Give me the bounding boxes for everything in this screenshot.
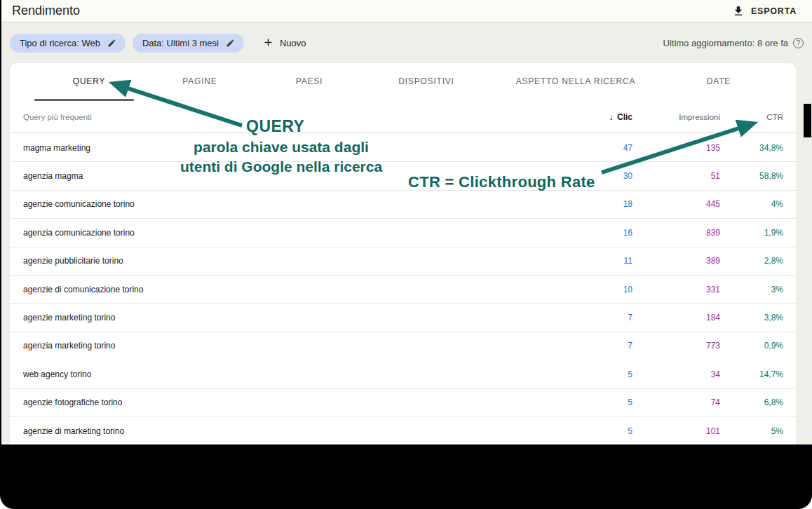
filter-chip-date[interactable]: Data: Ultimi 3 mesi bbox=[133, 34, 244, 53]
slide-background: Rendimento ESPORTA Tipo di ricerca: Web … bbox=[0, 0, 812, 509]
clic-cell: 10 bbox=[548, 285, 632, 294]
tab-pagine[interactable]: PAGINE bbox=[182, 76, 217, 86]
table-row[interactable]: agenzia marketing torino77730,9% bbox=[10, 332, 796, 360]
column-header-query: Query più frequenti bbox=[23, 113, 548, 121]
ctr-cell: 0,9% bbox=[720, 341, 783, 351]
pencil-icon bbox=[107, 39, 116, 48]
impressioni-cell: 331 bbox=[632, 285, 720, 294]
query-cell: agenzia comunicazione torino bbox=[23, 228, 548, 238]
clic-cell: 47 bbox=[548, 143, 632, 153]
tab-query[interactable]: QUERY bbox=[73, 76, 105, 86]
new-filter-label: Nuovo bbox=[280, 38, 306, 48]
column-header-ctr[interactable]: CTR bbox=[720, 113, 783, 121]
impressioni-cell: 184 bbox=[632, 313, 720, 323]
ctr-cell: 3% bbox=[720, 285, 783, 294]
help-icon[interactable]: ? bbox=[793, 38, 804, 48]
impressioni-cell: 389 bbox=[632, 256, 720, 266]
query-cell: agenzie comunicazione torino bbox=[23, 199, 548, 209]
table-row[interactable]: agenzie comunicazione torino184454% bbox=[10, 190, 796, 218]
table-body: magma marketing4713534,8%agenzia magma30… bbox=[10, 133, 796, 444]
ctr-cell: 1,9% bbox=[720, 228, 783, 238]
search-console-ui: Rendimento ESPORTA Tipo di ricerca: Web … bbox=[1, 0, 812, 444]
filter-chip-date-label: Data: Ultimi 3 mesi bbox=[142, 38, 219, 48]
sort-down-icon: ↓ bbox=[609, 111, 614, 122]
impressioni-cell: 51 bbox=[632, 171, 720, 181]
ctr-cell: 2,8% bbox=[720, 256, 783, 266]
table-row[interactable]: agenzie marketing torino71843,8% bbox=[10, 303, 796, 331]
plus-icon bbox=[262, 36, 274, 50]
filter-bar: Tipo di ricerca: Web Data: Ultimi 3 mesi bbox=[1, 23, 812, 63]
pencil-icon bbox=[226, 39, 235, 48]
filter-chips: Tipo di ricerca: Web Data: Ultimi 3 mesi bbox=[10, 34, 311, 53]
clic-cell: 30 bbox=[548, 171, 632, 181]
clic-cell: 11 bbox=[548, 256, 632, 266]
new-filter-button[interactable]: Nuovo bbox=[258, 36, 311, 51]
export-button[interactable]: ESPORTA bbox=[732, 5, 812, 18]
query-cell: agenzie fotografiche torino bbox=[23, 398, 548, 407]
page-title: Rendimento bbox=[1, 4, 80, 18]
report-tabs: QUERYPAGINEPAESIDISPOSITIVIASPETTO NELLA… bbox=[10, 63, 796, 101]
tab-paesi[interactable]: PAESI bbox=[296, 76, 323, 86]
top-bar: Rendimento ESPORTA bbox=[1, 0, 812, 22]
clic-cell: 7 bbox=[548, 313, 632, 323]
filter-chip-search-type-label: Tipo di ricerca: Web bbox=[20, 38, 100, 48]
table-row[interactable]: web agency torino53414,7% bbox=[10, 360, 796, 388]
table-row[interactable]: agenzia comunicazione torino168391,9% bbox=[10, 218, 796, 246]
query-cell: agenzia magma bbox=[23, 171, 548, 181]
query-cell: agenzie marketing torino bbox=[23, 313, 548, 323]
last-update: Ultimo aggiornamento: 8 ore fa ? bbox=[663, 38, 804, 48]
impressioni-cell: 839 bbox=[632, 228, 720, 238]
ctr-cell: 5% bbox=[720, 426, 783, 436]
export-label: ESPORTA bbox=[751, 6, 797, 16]
ctr-cell: 34,8% bbox=[720, 143, 783, 153]
impressioni-cell: 74 bbox=[632, 398, 720, 407]
clic-cell: 18 bbox=[548, 199, 632, 209]
clic-cell: 5 bbox=[548, 398, 632, 407]
scrollbar-thumb[interactable] bbox=[804, 104, 811, 137]
filter-chip-search-type[interactable]: Tipo di ricerca: Web bbox=[10, 34, 126, 53]
query-cell: magma marketing bbox=[23, 143, 548, 153]
tab-dispositivi[interactable]: DISPOSITIVI bbox=[398, 76, 454, 86]
impressioni-cell: 101 bbox=[632, 426, 720, 436]
ctr-cell: 6,8% bbox=[720, 398, 783, 407]
column-header-impressioni[interactable]: Impressioni bbox=[632, 113, 720, 121]
clic-cell: 5 bbox=[548, 426, 632, 436]
tab-date[interactable]: DATE bbox=[707, 76, 731, 86]
impressioni-cell: 445 bbox=[632, 199, 720, 209]
clic-cell: 5 bbox=[548, 369, 632, 379]
ctr-cell: 4% bbox=[720, 199, 783, 209]
ctr-cell: 14,7% bbox=[720, 369, 783, 379]
query-cell: agenzie di marketing torino bbox=[23, 426, 548, 436]
tab-aspetto-nella-ricerca[interactable]: ASPETTO NELLA RICERCA bbox=[516, 76, 636, 86]
table-row[interactable]: agenzie pubblicitarie torino113892,8% bbox=[10, 247, 796, 275]
impressioni-cell: 773 bbox=[632, 341, 720, 351]
query-cell: agenzie di comunicazione torino bbox=[23, 285, 548, 294]
column-header-clic[interactable]: ↓ Clic bbox=[548, 111, 632, 122]
download-icon bbox=[732, 5, 745, 18]
active-tab-underline bbox=[34, 99, 134, 101]
table-row[interactable]: agenzia magma305158,8% bbox=[10, 161, 796, 189]
impressioni-cell: 34 bbox=[632, 369, 720, 379]
report-card: QUERYPAGINEPAESIDISPOSITIVIASPETTO NELLA… bbox=[10, 63, 796, 444]
clic-cell: 7 bbox=[548, 341, 632, 351]
query-cell: agenzia marketing torino bbox=[23, 341, 548, 351]
table-row[interactable]: agenzie di comunicazione torino103313% bbox=[10, 275, 796, 303]
impressioni-cell: 135 bbox=[632, 143, 720, 153]
query-cell: web agency torino bbox=[23, 369, 548, 379]
table-row[interactable]: magma marketing4713534,8% bbox=[10, 133, 796, 161]
clic-cell: 16 bbox=[548, 228, 632, 238]
table-row[interactable]: agenzie di marketing torino51015% bbox=[10, 416, 796, 444]
table-row[interactable]: agenzie fotografiche torino5746,8% bbox=[10, 388, 796, 416]
last-update-text: Ultimo aggiornamento: 8 ore fa bbox=[663, 38, 788, 48]
ctr-cell: 58,8% bbox=[720, 171, 783, 181]
table-header: Query più frequenti ↓ Clic Impressioni C… bbox=[10, 101, 796, 133]
query-cell: agenzie pubblicitarie torino bbox=[23, 256, 548, 266]
ctr-cell: 3,8% bbox=[720, 313, 783, 323]
